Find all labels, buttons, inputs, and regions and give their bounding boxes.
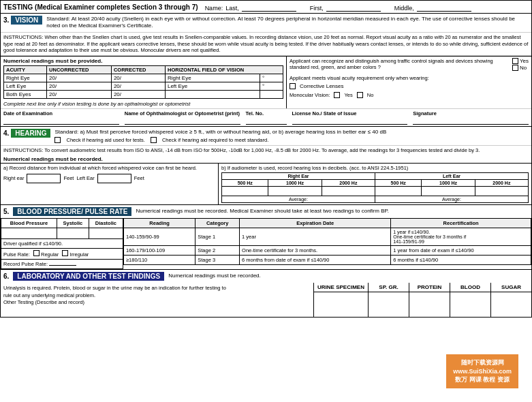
blood-header: BLOOD: [450, 283, 491, 292]
lab-number: 6.: [3, 273, 9, 280]
both-eyes-corrected[interactable]: 20/: [111, 91, 165, 99]
right-eye-corrected[interactable]: 20/: [111, 74, 165, 82]
watermark-line1: 随时下载资源网: [453, 358, 512, 367]
bp-category-1: Stage 1: [195, 228, 240, 246]
left-ear-input[interactable]: [97, 174, 131, 183]
hearing-numerical-note: Numerical readings must be recorded.: [1, 155, 531, 163]
lab-title: LABORATORY AND OTHER TEST FINDINGS: [13, 272, 164, 281]
blood-input[interactable]: [450, 292, 491, 317]
first-field: First,: [310, 2, 381, 12]
lab-description: Urinalysis is required. Protein, blood o…: [3, 285, 311, 307]
sugar-header: SUGAR: [491, 283, 531, 292]
hearing-aid-checkbox[interactable]: [54, 137, 61, 143]
lab-column-headers: SP. GR. PROTEIN BLOOD SUGAR: [369, 283, 531, 292]
monocular-yes-checkbox[interactable]: [334, 92, 340, 98]
bp-recert-1: 1 year if ≤140/90. One-time certificate …: [391, 228, 531, 246]
bp-pulse-cell: Pulse Rate: Regular Irregular: [1, 249, 123, 260]
license-input[interactable]: [292, 117, 408, 125]
protein-header: PROTEIN: [409, 283, 450, 292]
vision-number-box: 3. VISION: [3, 16, 42, 25]
hearing-checks: Check if hearing aid used for tests. Che…: [54, 137, 529, 143]
left-eye-corrected[interactable]: 20/: [111, 82, 165, 91]
bp-expiration-header: Expiration Date: [240, 219, 391, 228]
optom-name-input[interactable]: [125, 117, 240, 125]
pulse-regular-group: Regular: [33, 251, 60, 258]
hz1000r-val[interactable]: [268, 187, 322, 196]
signature-input[interactable]: [413, 117, 529, 125]
vision-header: 3. VISION Standard: At least 20/40 acuit…: [1, 14, 531, 32]
exam-date-field: Date of Examination: [3, 110, 119, 125]
vision-section: 3. VISION Standard: At least 20/40 acuit…: [1, 14, 531, 127]
vision-table-label: Numerical readings must be provided.: [3, 58, 283, 64]
corrective-lenses-checkbox[interactable]: [290, 83, 296, 89]
sugar-input[interactable]: [491, 292, 531, 317]
feet-label1: Feet: [63, 175, 74, 181]
first-label: First,: [310, 5, 324, 12]
monocular-no-label: No: [367, 92, 374, 98]
right-eye-field: Right Eye: [165, 74, 260, 82]
bp-category-3: Stage 3: [195, 256, 240, 265]
col-uncorrected: UNCORRECTED: [47, 66, 112, 74]
monocular-yes-label: Yes: [344, 92, 352, 98]
tel-input[interactable]: [246, 117, 287, 125]
hz2000r-val[interactable]: [322, 187, 375, 196]
right-eye-uncorrected[interactable]: 20/: [47, 74, 112, 82]
pulse-label: Pulse Rate:: [3, 251, 30, 258]
hz500l-val[interactable]: [375, 187, 421, 196]
exam-date-input[interactable]: [3, 117, 119, 125]
bp-diastolic-input[interactable]: [89, 228, 123, 239]
bp-record-row: Record Pulse Rate:: [1, 260, 123, 269]
lab-right: URINE SPECIMEN SP. GR. PROTEIN BLOOD SUG…: [314, 283, 531, 317]
watermark: 随时下载资源网 www.SuiShiXia.com 数万 网课 教程 资源: [446, 354, 518, 388]
spgr-input[interactable]: [369, 292, 409, 317]
bp-header: 5. BLOOD PRESSURE/ PULSE RATE Numerical …: [1, 205, 531, 218]
regular-checkbox[interactable]: [33, 250, 40, 256]
bp-col-diastolic: Diastolic: [89, 219, 123, 228]
hearing-avg-row: Average: Average:: [222, 196, 529, 203]
lab-body: Urinalysis is required. Protein, blood o…: [1, 283, 531, 317]
bp-body: Blood Pressure Systolic Diastolic Driver…: [1, 218, 531, 269]
hz1000l-val[interactable]: [422, 187, 475, 196]
left-avg: Average:: [375, 196, 528, 203]
col-hfov: HORIZONTAL FIELD OF VISION: [165, 66, 283, 74]
both-eyes-uncorrected[interactable]: 20/: [47, 91, 112, 99]
vision-right: Applicant can recognize and distinguish …: [287, 57, 531, 108]
hearing-left: a) Record distance from individual at wh…: [1, 164, 219, 204]
opthom-fields-row: Date of Examination Name of Ophthalmolog…: [1, 108, 531, 126]
bp-title: BLOOD PRESSURE/ PULSE RATE: [13, 207, 131, 216]
bp-record-cell: Record Pulse Rate:: [1, 260, 123, 269]
hearing-audiometry-table: Right Ear Left Ear 500 Hz 1000 Hz 2000 H…: [221, 172, 529, 203]
form-title: TESTING (Medical Examiner completes Sect…: [3, 3, 198, 11]
hearing-title: HEARING: [11, 129, 50, 138]
last-input[interactable]: [242, 2, 296, 12]
feet-label2: Feet: [134, 175, 144, 181]
lab-section: 6. LABORATORY AND OTHER TEST FINDINGS Nu…: [1, 270, 531, 317]
hz500r-val[interactable]: [222, 187, 268, 196]
bp-systolic-input[interactable]: [57, 228, 89, 239]
middle-input[interactable]: [417, 2, 471, 12]
record-pulse-input[interactable]: [49, 265, 76, 266]
first-input[interactable]: [326, 2, 381, 12]
right-ear-input[interactable]: [27, 174, 61, 183]
bp-category-header: Category: [195, 219, 240, 228]
vision-body: Numerical readings must be provided. ACU…: [1, 56, 531, 108]
yes-checkbox[interactable]: [512, 58, 518, 64]
form-header: TESTING (Medical Examiner completes Sect…: [1, 1, 531, 14]
yes-no-group: Yes No: [512, 58, 529, 71]
bp-category-2: Stage 2: [195, 246, 240, 256]
hz2000l-val[interactable]: [475, 187, 528, 196]
no-checkbox[interactable]: [512, 65, 518, 71]
hearing-standard: Standard: a) Must first perceive forced …: [54, 129, 529, 136]
hearing-aid-req-checkbox[interactable]: [151, 137, 157, 143]
monocular-no-checkbox[interactable]: [357, 92, 363, 98]
hearing-section: 4. HEARING Standard: a) Must first perce…: [1, 127, 531, 205]
left-eye-uncorrected[interactable]: 20/: [47, 82, 112, 91]
protein-input[interactable]: [409, 292, 450, 317]
hearing-check2: Check if hearing aid required to meet st…: [162, 137, 268, 143]
bp-pulse-row: Pulse Rate: Regular Irregular: [1, 249, 123, 260]
vision-standard: Standard: At least 20/40 acuity (Snellen…: [46, 16, 529, 30]
hearing-data-row: [222, 187, 529, 196]
irregular-checkbox[interactable]: [62, 250, 68, 256]
bp-expiration-3: 6 months from date of exam if ≤140/90: [240, 256, 391, 265]
hearing-header: 4. HEARING Standard: a) Must first perce…: [1, 127, 531, 145]
